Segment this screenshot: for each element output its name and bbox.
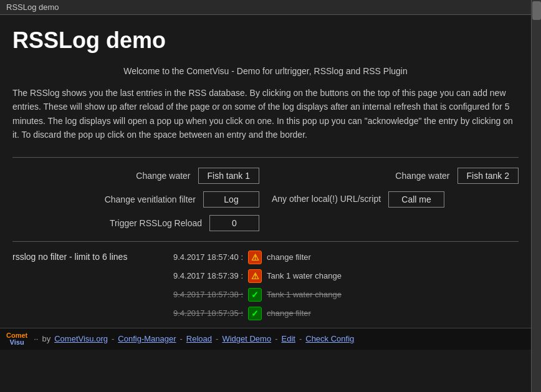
log-text-0: change filter (267, 252, 311, 262)
log-icon-3: ✓ (248, 307, 262, 320)
log-entry-1[interactable]: 9.4.2017 18:57:39 : ⚠ Tank 1 water chang… (162, 268, 519, 284)
log-icon-1: ⚠ (248, 269, 262, 283)
control-row-filter: Change venitlation filter Log (12, 191, 259, 208)
welcome-text: Welcome to the CometVisu - Demo for urlt… (12, 66, 519, 76)
log-left-label: rsslog no filter - limit to 6 lines (12, 249, 150, 322)
label-ventilation-filter: Change venitlation filter (12, 194, 196, 204)
logo-top-text: Comet (6, 332, 27, 339)
log-icon-0: ⚠ (248, 251, 262, 264)
input-trigger-value[interactable] (209, 215, 259, 231)
description-text: The RSSlog shows you the last entries in… (12, 86, 519, 142)
title-bar-text: RSSLog demo (6, 2, 59, 12)
control-row-water-left: Change water Fish tank 1 (12, 168, 259, 184)
log-entry-3[interactable]: 9.4.2017 18:57:35 : ✓ change filter (162, 305, 519, 322)
log-section: rsslog no filter - limit to 6 lines 9.4.… (12, 241, 519, 322)
log-timestamp-3: 9.4.2017 18:57:35 : (162, 308, 243, 318)
log-text-2: Tank 1 water change (267, 290, 342, 299)
label-url-script: Any other local(!) URL/script (272, 193, 381, 206)
log-text-3: change filter (267, 308, 311, 318)
comet-visu-logo: Comet Visu (6, 332, 27, 346)
button-fish-tank-1[interactable]: Fish tank 1 (198, 168, 259, 184)
button-call-me[interactable]: Call me (388, 191, 444, 208)
page-heading: RSSLog demo (12, 27, 519, 54)
log-entry-0[interactable]: 9.4.2017 18:57:40 : ⚠ change filter (162, 249, 519, 265)
logo-dots: ·· (34, 334, 38, 343)
control-row-trigger: Trigger RSSLog Reload (12, 215, 259, 231)
footer-by: by (42, 334, 50, 343)
button-log[interactable]: Log (203, 191, 259, 208)
scrollbar[interactable] (531, 0, 541, 392)
log-timestamp-1: 9.4.2017 18:57:39 : (162, 271, 243, 280)
control-row-water-right: Change water Fish tank 2 (272, 168, 519, 184)
footer-link-config-manager[interactable]: Config-Manager (118, 334, 176, 343)
log-entry-2[interactable]: 9.4.2017 18:57:38 : ✓ Tank 1 water chang… (162, 287, 519, 303)
controls-right: Change water Fish tank 2 Any other local… (272, 168, 519, 231)
main-content: RSSLog demo Welcome to the CometVisu - D… (0, 15, 531, 328)
footer: Comet Visu ·· by CometVisu.org - Config-… (0, 328, 531, 350)
label-change-water-right: Change water (272, 171, 450, 181)
footer-link-cometvisu[interactable]: CometVisu.org (54, 334, 108, 343)
controls-area: Change water Fish tank 1 Change venitlat… (12, 157, 519, 241)
label-trigger-reload: Trigger RSSLog Reload (12, 218, 202, 228)
scrollbar-thumb[interactable] (532, 1, 541, 20)
log-header-text: rsslog no filter - limit to 6 lines (12, 252, 127, 262)
log-right-entries: 9.4.2017 18:57:40 : ⚠ change filter 9.4.… (162, 249, 519, 322)
log-timestamp-0: 9.4.2017 18:57:40 : (162, 252, 243, 262)
log-timestamp-2: 9.4.2017 18:57:38 : (162, 290, 243, 299)
footer-link-reload[interactable]: Reload (186, 334, 212, 343)
title-bar: RSSLog demo (0, 0, 541, 15)
control-row-callme: Any other local(!) URL/script Call me (272, 191, 519, 208)
footer-link-widget-demo[interactable]: Widget Demo (222, 334, 271, 343)
log-text-1: Tank 1 water change (267, 271, 342, 280)
log-entries-list: 9.4.2017 18:57:40 : ⚠ change filter 9.4.… (162, 249, 519, 322)
logo-bottom-text: Visu (10, 339, 24, 346)
button-fish-tank-2[interactable]: Fish tank 2 (457, 168, 519, 184)
controls-left: Change water Fish tank 1 Change venitlat… (12, 168, 259, 231)
footer-link-edit[interactable]: Edit (282, 334, 295, 343)
footer-link-check-config[interactable]: Check Config (305, 334, 354, 343)
log-icon-2: ✓ (248, 288, 262, 302)
label-change-water-left: Change water (12, 171, 191, 181)
